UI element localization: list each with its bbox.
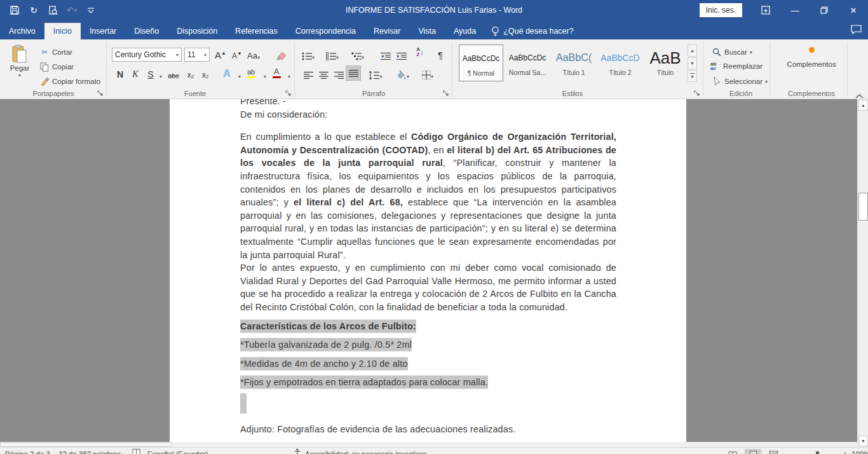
clipboard-group-label: Portapapeles (9, 90, 98, 99)
tab-correspondencia[interactable]: Correspondencia (287, 23, 365, 39)
underline-dropdown[interactable]: ▾ (154, 67, 168, 81)
clipboard-dialog-launcher[interactable] (97, 90, 105, 98)
tab-insertar[interactable]: Insertar (81, 23, 125, 39)
copy-button[interactable]: Copiar (39, 62, 74, 72)
minimize-button[interactable]: — (780, 0, 810, 20)
increase-indent-button[interactable] (395, 48, 409, 62)
justify-button[interactable] (346, 65, 361, 81)
numbering-button[interactable]: ▾ (325, 48, 339, 62)
multilevel-list-button[interactable]: ▾ (351, 48, 365, 62)
style-normal-sa[interactable]: AaBbCcDc Normal Sa... (505, 45, 550, 81)
scrollbar-up-button[interactable]: ▲ (858, 100, 868, 111)
align-left-button[interactable] (301, 67, 315, 81)
doc-item-fijos[interactable]: *Fijos y empotrados en tierra adaptados … (240, 376, 616, 389)
document-canvas[interactable]: Presente. -De mi consideración:En cumpli… (0, 99, 857, 442)
shrink-font-button[interactable]: A▼ (230, 48, 244, 62)
ribbon-display-options-button[interactable] (751, 0, 780, 20)
doc-heading-caracteristicas[interactable]: Características de los Arcos de Fulbito: (240, 320, 616, 333)
accessibility-status[interactable]: Accesibilidad: es necesario investigar (305, 448, 426, 454)
tab-disposicion[interactable]: Disposición (168, 23, 226, 39)
accessibility-icon[interactable] (294, 448, 301, 454)
styles-more-button[interactable]: ▼ (688, 70, 697, 82)
change-case-button[interactable]: Aa▾ (247, 48, 261, 62)
tell-me-box[interactable]: ¿Qué desea hacer? (491, 23, 574, 39)
font-color-button[interactable]: A (269, 67, 283, 81)
doc-item-tuberia[interactable]: *Tubería galvanizada de 2 pulg. /0.5* 2m… (240, 338, 616, 352)
doc-paragraph-cootad[interactable]: En cumplimiento a lo que establece el Có… (240, 130, 616, 261)
doc-selected-empty-line[interactable] (240, 395, 616, 416)
cut-button[interactable]: ✂ Cortar (39, 47, 72, 57)
horizontal-scrollbar-thumb[interactable] (0, 443, 172, 446)
tab-revisar[interactable]: Revisar (365, 23, 409, 39)
style-normal[interactable]: AaBbCcDc ¶ Normal (459, 45, 503, 81)
borders-button[interactable]: ▾ (421, 67, 435, 81)
doc-line-consideracion[interactable]: De mi consideración: (240, 108, 616, 121)
align-center-button[interactable] (316, 67, 330, 81)
paste-button[interactable]: Pegar ▾ (6, 45, 33, 78)
tab-archivo[interactable]: Archivo (0, 23, 44, 39)
word-count[interactable]: 32 de 387 palabras (58, 448, 121, 454)
close-button[interactable]: ✕ (839, 0, 868, 20)
strikethrough-button[interactable]: abc (166, 67, 180, 81)
style-titulo1[interactable]: AaBbC( Título 1 (552, 45, 596, 81)
bold-button[interactable]: N (113, 67, 127, 81)
styles-scroll-up-button[interactable]: ▲ (688, 45, 697, 57)
format-painter-button[interactable]: Copiar formato (39, 76, 100, 86)
restore-button[interactable] (810, 0, 839, 20)
read-mode-button[interactable] (724, 449, 741, 454)
font-size-combobox[interactable]: 11 ▾ (184, 48, 210, 62)
replace-button[interactable]: ab ac Reemplazar (710, 62, 763, 71)
tab-referencias[interactable]: Referencias (226, 23, 287, 39)
subscript-button[interactable]: x2 (184, 67, 198, 81)
doc-line-adjunto[interactable]: Adjunto: Fotografías de evidencia de las… (240, 423, 616, 436)
italic-button[interactable]: K (128, 67, 142, 81)
shading-button[interactable]: ▾ (395, 67, 409, 81)
tab-inicio[interactable]: Inicio (44, 23, 81, 39)
scrollbar-down-button[interactable]: ▼ (858, 436, 868, 446)
find-button[interactable]: Buscar ▾ (712, 47, 752, 57)
highlight-button[interactable]: ab (244, 67, 258, 81)
zoom-out-button[interactable]: − (789, 448, 794, 454)
vertical-scrollbar[interactable]: ▲ ▼ (857, 99, 868, 447)
text-effects-button[interactable]: A (220, 67, 234, 81)
decrease-indent-button[interactable] (379, 48, 393, 62)
addins-button[interactable]: Complementos (783, 47, 840, 68)
print-layout-button[interactable] (745, 449, 761, 454)
show-marks-button[interactable]: ¶ (433, 48, 447, 62)
style-titulo[interactable]: AaB Título (643, 45, 688, 81)
find-dropdown-icon: ▾ (750, 50, 752, 55)
paragraph-dialog-launcher[interactable] (443, 90, 451, 98)
styles-scroll-down-button[interactable]: ▼ (688, 57, 697, 69)
zoom-in-button[interactable]: + (843, 448, 848, 454)
feedback-button[interactable] (851, 25, 862, 37)
grow-font-button[interactable]: A▲ (214, 48, 227, 62)
collapse-ribbon-button[interactable] (855, 90, 864, 98)
superscript-button[interactable]: x2 (198, 67, 212, 81)
sign-in-button[interactable]: Inic. ses. (700, 3, 742, 17)
doc-paragraph-entrega[interactable]: Por lo antes expuesto, y en cumplimiento… (240, 261, 616, 313)
tab-diseno[interactable]: Diseño (125, 23, 168, 39)
doc-line-presente[interactable]: Presente. - (240, 99, 616, 108)
bullets-button[interactable]: ▾ (301, 48, 315, 62)
align-right-button[interactable] (332, 67, 346, 81)
clear-formatting-button[interactable] (275, 48, 288, 62)
font-dialog-launcher[interactable] (285, 90, 293, 98)
tab-vista[interactable]: Vista (409, 23, 445, 39)
language-indicator[interactable]: Español (Ecuador) (147, 448, 208, 454)
select-button[interactable]: Seleccionar ▾ (712, 76, 768, 86)
horizontal-scrollbar[interactable] (0, 442, 857, 447)
page-indicator[interactable]: Página 2 de 3 (5, 448, 50, 454)
document-page[interactable]: Presente. -De mi consideración:En cumpli… (170, 99, 686, 442)
sort-button[interactable]: AZ ↓ (413, 46, 427, 60)
vertical-scrollbar-thumb[interactable] (858, 193, 868, 221)
doc-item-medidas[interactable]: *Medidas de 4m de ancho y 2.10 de alto (240, 357, 616, 371)
tab-ayuda[interactable]: Ayuda (445, 23, 485, 39)
proofing-status-icon[interactable] (132, 448, 140, 454)
doc-text-run: En cumplimiento a lo que establece el (240, 132, 411, 142)
line-spacing-button[interactable]: ▾ (369, 67, 383, 81)
zoom-level[interactable]: 100% (851, 448, 868, 454)
style-titulo2[interactable]: AaBbCcD Título 2 (598, 45, 642, 81)
web-layout-button[interactable] (765, 449, 782, 454)
font-family-combobox[interactable]: Century Gothic ▾ (112, 48, 182, 62)
zoom-slider-thumb[interactable] (816, 451, 819, 454)
